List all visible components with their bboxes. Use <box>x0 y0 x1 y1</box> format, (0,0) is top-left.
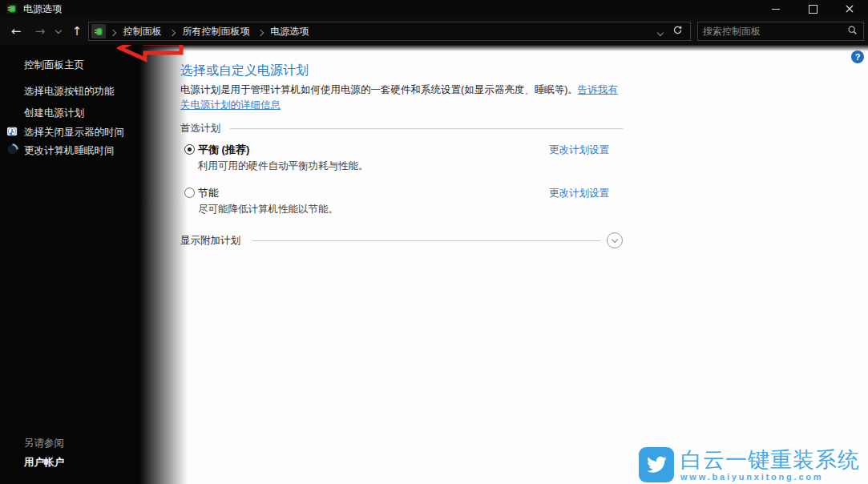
up-icon[interactable]: ↑ <box>67 18 87 45</box>
back-icon[interactable]: ← <box>6 18 26 45</box>
title-bar: 电源选项 <box>0 0 868 18</box>
maximize-button[interactable] <box>794 0 831 18</box>
address-bar[interactable]: 控制面板 所有控制面板项 电源选项 <box>88 22 691 41</box>
section-divider <box>230 128 623 129</box>
help-icon[interactable]: ? <box>851 50 864 63</box>
minimize-button[interactable] <box>757 0 794 18</box>
page-title: 选择或自定义电源计划 <box>180 63 309 79</box>
radio-balanced[interactable] <box>184 144 195 155</box>
search-icon[interactable] <box>847 24 858 38</box>
refresh-icon[interactable] <box>672 24 683 38</box>
address-dropdown-chevron-icon[interactable] <box>658 24 663 38</box>
preferred-plans-section: 首选计划 <box>180 122 623 135</box>
power-options-app-icon <box>6 3 18 14</box>
recent-pages-chevron-icon[interactable] <box>53 18 64 45</box>
watermark-url: www.baiyunxitong.com <box>680 472 860 482</box>
plan-name-power-saver: 节能 <box>198 186 219 200</box>
navigation-bar: ← → ↑ 控制面板 所有控制面板项 电源选项 <box>0 18 868 45</box>
preferred-plans-label: 首选计划 <box>180 122 220 135</box>
search-input[interactable] <box>698 26 847 37</box>
plan-name-balanced: 平衡 (推荐) <box>198 143 249 157</box>
breadcrumb-all-items[interactable]: 所有控制面板项 <box>183 25 250 38</box>
intro-paragraph: 电源计划是用于管理计算机如何使用电源的一套硬件和系统设置(如显示器亮度、睡眠等)… <box>180 83 620 113</box>
main-content: ? 选择或自定义电源计划 电源计划是用于管理计算机如何使用电源的一套硬件和系统设… <box>0 45 868 484</box>
breadcrumb-separator-icon <box>170 24 175 38</box>
window-title: 电源选项 <box>23 2 757 16</box>
baiyun-bird-logo-icon <box>639 447 674 482</box>
breadcrumb-separator-icon <box>258 24 263 38</box>
plan-desc-balanced: 利用可用的硬件自动平衡功耗与性能。 <box>198 159 369 173</box>
breadcrumb-control-panel[interactable]: 控制面板 <box>123 25 162 38</box>
watermark: 白云一键重装系统 www.baiyunxitong.com <box>639 447 860 482</box>
power-options-breadcrumb-icon <box>91 24 106 38</box>
additional-plans-divider <box>252 240 600 241</box>
intro-text: 电源计划是用于管理计算机如何使用电源的一套硬件和系统设置(如显示器亮度、睡眠等)… <box>180 84 578 95</box>
change-plan-settings-link-power-saver[interactable]: 更改计划设置 <box>549 187 609 200</box>
expand-additional-plans-chevron-icon[interactable] <box>607 232 623 248</box>
radio-power-saver[interactable] <box>184 188 195 198</box>
additional-plans-row: 显示附加计划 <box>180 232 623 248</box>
change-plan-settings-link-balanced[interactable]: 更改计划设置 <box>549 143 609 157</box>
forward-icon[interactable]: → <box>30 18 50 45</box>
search-box[interactable] <box>697 22 864 41</box>
breadcrumb-separator-icon <box>111 24 115 38</box>
plan-desc-power-saver: 尽可能降低计算机性能以节能。 <box>198 203 338 216</box>
close-button[interactable] <box>831 0 868 18</box>
watermark-title: 白云一键重装系统 <box>680 448 860 472</box>
additional-plans-label: 显示附加计划 <box>180 234 240 248</box>
breadcrumb-power-options[interactable]: 电源选项 <box>270 25 309 38</box>
